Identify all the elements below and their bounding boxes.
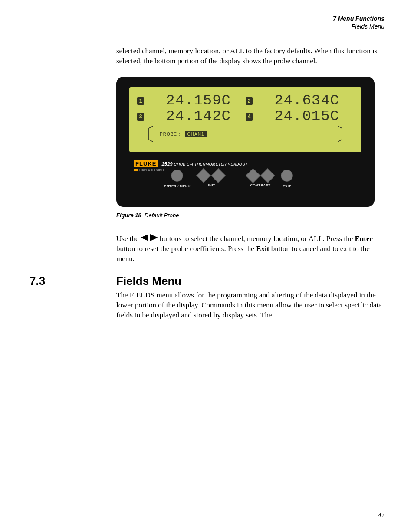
channel-badge: 3 — [137, 113, 144, 121]
model-number: 1529 — [161, 161, 173, 166]
section-number: 7.3 — [30, 274, 89, 288]
section-heading: 7.3 Fields Menu — [30, 274, 384, 288]
device-buttons: ENTER / MENU UNIT CONTRAST — [164, 170, 293, 188]
brand-bar: FLUKE 1529 CHUB E-4 THERMOMETER READOUT … — [134, 160, 361, 167]
text: buttons to select the channel, memory lo… — [158, 235, 355, 243]
channel-badge: 1 — [137, 97, 144, 105]
page-number: 47 — [378, 512, 384, 519]
exit-button — [281, 170, 293, 182]
intro-paragraph: selected channel, memory location, or AL… — [116, 46, 384, 66]
bracket-right: 〕 — [335, 129, 354, 140]
section-body: The FIELDS menu allows for the programmi… — [116, 290, 384, 320]
text: Use the — [116, 235, 141, 243]
up-arrow-button — [246, 168, 260, 183]
enter-text: Enter — [355, 235, 373, 243]
channel-badge: 2 — [246, 97, 253, 105]
device-figure: 1 24.159C 2 24.634C 3 24.142C 4 24.015C … — [116, 77, 375, 207]
bracket-left: 〔 — [137, 129, 155, 140]
channel-badge: 4 — [246, 113, 253, 121]
button-label: ENTER / MENU — [164, 184, 191, 188]
header-chapter: 7 Menu Functions — [30, 15, 384, 23]
readout-value: 24.142C — [148, 109, 231, 124]
section-title: Fields Menu — [116, 274, 181, 288]
usage-paragraph: Use the buttons to select the channel, m… — [116, 234, 384, 264]
readout-value: 24.159C — [148, 93, 231, 109]
readout-value: 24.015C — [257, 109, 339, 124]
fluke-logo: FLUKE — [134, 160, 158, 167]
exit-text: Exit — [256, 245, 269, 253]
figure-caption: Figure 18 Default Probe — [116, 212, 384, 219]
button-label: CONTRAST — [250, 183, 271, 187]
probe-selection: CHAN1 — [185, 131, 207, 137]
left-arrow-icon — [141, 234, 148, 241]
button-label: UNIT — [207, 183, 215, 187]
model-label: 1529 CHUB E-4 THERMOMETER READOUT — [161, 161, 247, 166]
readout-value: 24.634C — [257, 93, 339, 109]
figure-caption-text: Default Probe — [145, 212, 179, 219]
header-rule — [30, 33, 384, 33]
header-section: Fields Menu — [30, 23, 384, 30]
page-header: 7 Menu Functions Fields Menu — [30, 15, 384, 30]
probe-label: PROBE : — [160, 132, 181, 137]
down-arrow-button — [260, 168, 275, 183]
button-label: EXIT — [283, 184, 291, 188]
left-arrow-button — [196, 168, 211, 183]
right-arrow-icon — [150, 234, 158, 241]
right-arrow-button — [211, 168, 226, 183]
figure-label: Figure 18 — [116, 212, 141, 219]
enter-menu-button — [171, 170, 183, 182]
lcd-screen: 1 24.159C 2 24.634C 3 24.142C 4 24.015C … — [129, 87, 361, 152]
model-name: CHUB E-4 THERMOMETER READOUT — [174, 162, 248, 166]
text: button to reset the probe coefficients. … — [116, 245, 256, 253]
hart-scientific-label: Hart Scientific — [134, 168, 164, 172]
